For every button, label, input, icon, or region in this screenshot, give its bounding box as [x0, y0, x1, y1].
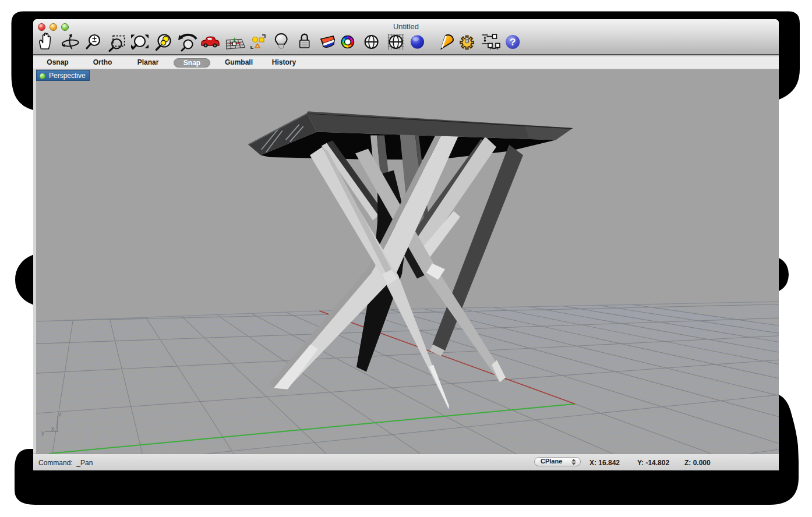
svg-text:?: ?: [510, 37, 516, 48]
svg-text:x: x: [51, 425, 54, 431]
svg-text:z: z: [59, 410, 62, 417]
svg-text:y: y: [41, 429, 44, 435]
